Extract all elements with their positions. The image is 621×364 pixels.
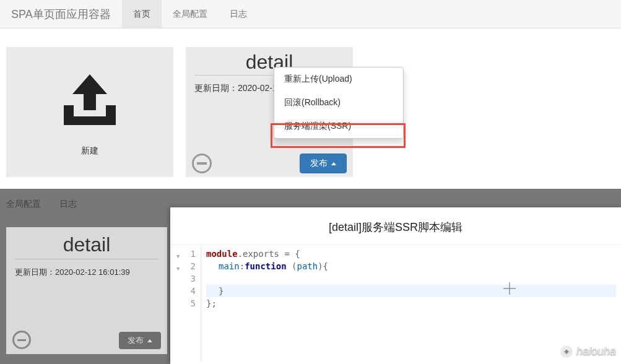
code-token: : xyxy=(240,261,245,271)
svg-rect-0 xyxy=(197,162,207,165)
ssr-editor-modal: [detail]服务端SSR脚本编辑 ▼1 ▼2 3 4 5 module.ex… xyxy=(170,207,621,364)
editor-title: [detail]服务端SSR脚本编辑 xyxy=(170,207,621,245)
upload-icon xyxy=(53,68,127,133)
code-token: path xyxy=(297,261,318,271)
line-number: 3 xyxy=(191,274,196,284)
line-number: 2 xyxy=(191,261,196,271)
code-token: .exports = { xyxy=(238,249,300,259)
line-gutter: ▼1 ▼2 3 4 5 xyxy=(170,245,201,362)
upload-label: 新建 xyxy=(81,145,98,157)
code-token xyxy=(206,272,616,285)
dropdown-item-upload[interactable]: 重新上传(Upload) xyxy=(274,67,403,91)
nav-tab-home[interactable]: 首页 xyxy=(122,0,162,28)
svg-rect-1 xyxy=(17,339,26,341)
dim-tab-global-config: 全局配置 xyxy=(6,199,41,210)
dropdown-item-rollback[interactable]: 回滚(Rollback) xyxy=(274,91,403,115)
code-editor[interactable]: ▼1 ▼2 3 4 5 module.exports = { main:func… xyxy=(170,245,621,362)
line-number: 1 xyxy=(191,249,196,259)
brand: SPA单页面应用容器 xyxy=(0,0,122,28)
nav-tab-logs[interactable]: 日志 xyxy=(219,0,258,28)
date-label: 更新日期： xyxy=(194,83,238,93)
line-number: 5 xyxy=(191,298,196,308)
publish-button[interactable]: 发布 xyxy=(300,154,347,173)
code-area[interactable]: module.exports = { main:function (path){… xyxy=(201,245,621,362)
code-token: ( xyxy=(287,261,297,271)
code-token: ){ xyxy=(318,261,328,271)
nav-tab-global-config[interactable]: 全局配置 xyxy=(162,0,219,28)
dim-publish-button: 发布 xyxy=(119,332,161,349)
code-token: main xyxy=(219,261,240,271)
dim-remove-button xyxy=(12,331,31,349)
date-value: 2020-02-12 16:01:39 xyxy=(55,267,130,277)
dim-tab-logs: 日志 xyxy=(59,199,77,210)
code-token: module xyxy=(206,249,238,259)
caret-up-icon xyxy=(331,162,336,165)
dim-background: 全局配置 日志 detail 更新日期：2020-02-12 16:01:39 … xyxy=(0,189,170,354)
card-upload[interactable]: 新建 xyxy=(6,47,173,177)
remove-button[interactable] xyxy=(192,154,212,173)
dim-card-date: 更新日期：2020-02-12 16:01:39 xyxy=(6,259,167,285)
caret-up-icon xyxy=(147,339,152,342)
code-token: function xyxy=(245,261,286,271)
code-token: } xyxy=(219,286,224,296)
publish-label: 发布 xyxy=(310,158,328,169)
wechat-icon: ✦ xyxy=(560,345,573,358)
code-token: }; xyxy=(206,298,217,308)
dropdown-item-ssr[interactable]: 服务端渲染(SSR) xyxy=(274,115,403,138)
watermark-text: halouha xyxy=(576,345,616,358)
dim-card-title: detail xyxy=(6,227,167,259)
top-nav: SPA单页面应用容器 首页 全局配置 日志 xyxy=(0,0,621,28)
publish-dropdown: 重新上传(Upload) 回滚(Rollback) 服务端渲染(SSR) xyxy=(274,67,404,139)
watermark: ✦ halouha xyxy=(560,345,616,358)
line-number: 4 xyxy=(191,286,196,296)
dim-publish-label: 发布 xyxy=(128,335,144,346)
dim-card-detail: detail 更新日期：2020-02-12 16:01:39 发布 xyxy=(6,227,167,354)
date-label: 更新日期： xyxy=(15,267,55,277)
